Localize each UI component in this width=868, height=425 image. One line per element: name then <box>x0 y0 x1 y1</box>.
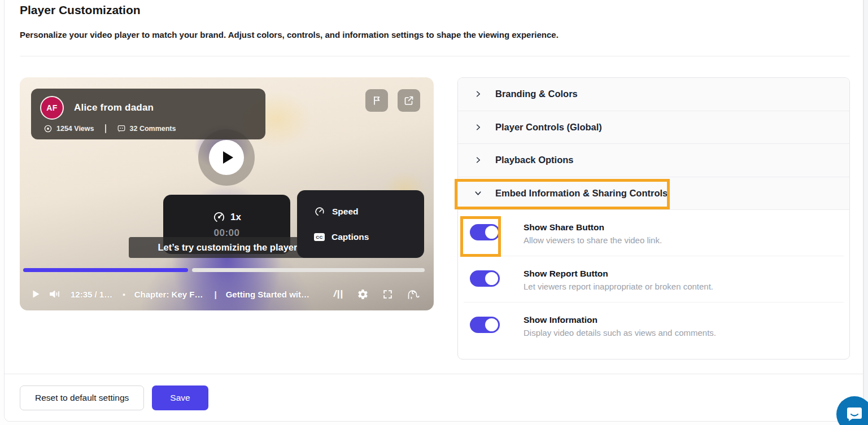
player-top-buttons <box>365 89 420 112</box>
avatar: AF <box>40 96 64 120</box>
player-settings-menu: Speed CC Captions <box>297 190 424 258</box>
fullscreen-icon[interactable] <box>382 289 393 300</box>
footer-bar: Reset to default settings Save <box>5 374 863 421</box>
playback-speed-control[interactable]: /|| <box>334 288 343 300</box>
video-info-overlay: AF Alice from dadan 1254 Views 32 Commen… <box>31 89 265 139</box>
settings-panel: Branding & Colors Player Controls (Globa… <box>457 77 850 360</box>
share-toggle[interactable] <box>470 224 500 240</box>
progress-remaining-segment <box>192 268 425 272</box>
toggle-knob <box>485 272 498 285</box>
setting-title: Show Report Button <box>524 269 713 279</box>
speedometer-icon <box>212 211 226 224</box>
section-branding-colors[interactable]: Branding & Colors <box>458 78 849 111</box>
settings-gear-icon[interactable] <box>357 288 369 300</box>
stats-divider <box>105 124 106 133</box>
reset-button[interactable]: Reset to default settings <box>20 385 144 410</box>
chevron-right-icon <box>474 156 482 164</box>
main-card: Player Customization Personalize your vi… <box>4 0 863 422</box>
menu-item-captions-label: Captions <box>332 232 369 242</box>
chapter-label[interactable]: Chapter: Key F… <box>134 290 203 299</box>
caption-text: Let’s try customizing the player <box>158 242 298 253</box>
comments-icon <box>117 124 126 133</box>
page-title: Player Customization <box>20 3 141 17</box>
video-stats: 1254 Views 32 Comments <box>43 124 176 133</box>
external-link-icon <box>403 95 415 106</box>
chevron-right-icon <box>474 123 482 132</box>
setting-description: Let viewers report inappropriate or brok… <box>524 282 713 291</box>
chevron-down-icon <box>474 189 482 198</box>
information-toggle[interactable] <box>470 317 500 333</box>
report-flag-button[interactable] <box>365 89 388 112</box>
section-label: Branding & Colors <box>495 89 578 99</box>
setting-show-share-button: Show Share Button Allow viewers to share… <box>458 210 849 256</box>
control-play-button[interactable] <box>32 290 40 299</box>
toggle-knob <box>485 318 498 331</box>
chat-bubble-icon <box>845 406 863 423</box>
chevron-right-icon <box>474 90 482 98</box>
time-display: 12:35 / 1… <box>71 290 112 299</box>
volume-icon[interactable] <box>49 289 62 299</box>
dot-separator: • <box>123 290 125 299</box>
page-subtitle: Personalize your video player to match y… <box>20 30 559 40</box>
creator-name: Alice from dadan <box>74 102 154 113</box>
views-icon <box>43 124 53 133</box>
section-player-controls[interactable]: Player Controls (Global) <box>458 111 849 144</box>
play-button-circle <box>209 140 244 175</box>
speed-gauge-icon <box>314 206 325 217</box>
dadan-logo-icon[interactable] <box>407 288 420 300</box>
share-button-overlay[interactable] <box>398 89 420 112</box>
setting-show-report-button: Show Report Button Let viewers report in… <box>458 256 849 302</box>
pipe-separator: | <box>214 290 216 299</box>
section-embed-information[interactable]: Embed Information & Sharing Controls <box>458 177 849 211</box>
save-button[interactable]: Save <box>152 385 208 410</box>
comments-count: 32 Comments <box>130 125 176 133</box>
player-control-bar: 12:35 / 1… • Chapter: Key F… | Getting S… <box>20 283 434 305</box>
video-title-label: Getting Started wit… <box>226 290 309 299</box>
flag-icon <box>371 95 382 106</box>
play-icon <box>223 151 233 164</box>
views-count: 1254 Views <box>56 125 94 133</box>
setting-description: Allow viewers to share the video link. <box>524 235 662 245</box>
video-player-preview: AF Alice from dadan 1254 Views 32 Commen… <box>20 77 434 310</box>
setting-description: Display video details such as views and … <box>524 328 716 338</box>
menu-item-speed-label: Speed <box>332 207 359 217</box>
menu-item-captions[interactable]: CC Captions <box>314 232 424 242</box>
player-customization-page: Player Customization Personalize your vi… <box>0 0 868 425</box>
setting-title: Show Information <box>524 315 716 325</box>
setting-show-information: Show Information Display video details s… <box>458 303 849 348</box>
menu-item-speed[interactable]: Speed <box>314 206 424 217</box>
toggle-knob <box>485 226 498 239</box>
progress-filled-segment <box>23 268 188 272</box>
report-toggle[interactable] <box>470 270 500 287</box>
section-label: Embed Information & Sharing Controls <box>495 188 668 199</box>
avatar-initials: AF <box>46 103 58 112</box>
section-playback-options[interactable]: Playback Options <box>458 144 849 177</box>
captions-cc-icon: CC <box>314 233 325 241</box>
playback-speed-value: 1x <box>230 212 241 223</box>
section-label: Playback Options <box>495 155 573 165</box>
progress-bar[interactable] <box>23 268 425 272</box>
header-divider <box>20 56 850 56</box>
section-label: Player Controls (Global) <box>495 122 602 133</box>
setting-title: Show Share Button <box>524 222 662 233</box>
page-right-strip <box>863 0 868 425</box>
controls-right-icons: /|| <box>334 288 420 300</box>
